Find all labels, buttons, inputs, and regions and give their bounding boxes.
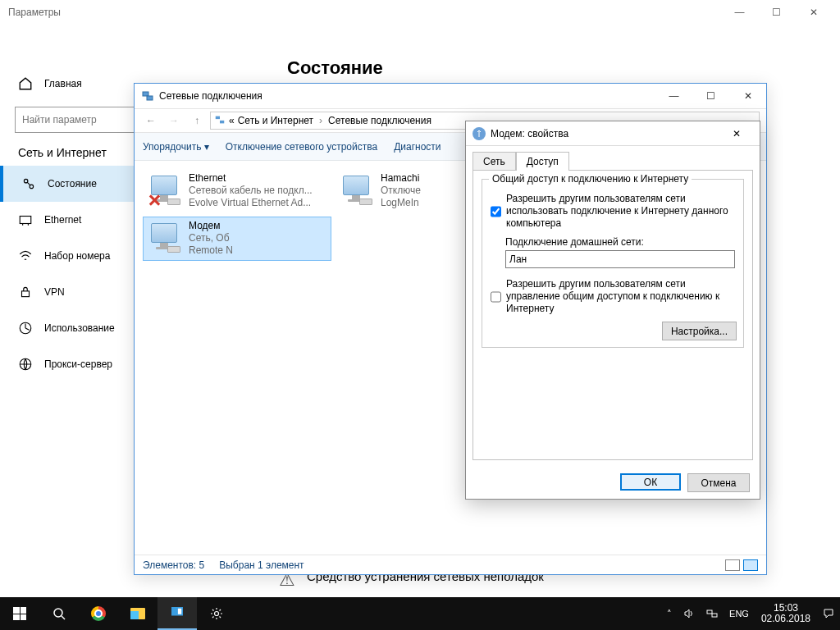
svg-rect-8	[216, 116, 220, 119]
close-button[interactable]: ✕	[795, 7, 832, 18]
sidebar-item-label: Использование	[44, 322, 115, 334]
allow-sharing-checkbox[interactable]	[491, 194, 501, 230]
explorer-maximize[interactable]: ☐	[692, 84, 729, 108]
ics-settings-button[interactable]: Настройка...	[662, 322, 737, 340]
connection-status: Отключе	[381, 185, 421, 197]
svg-point-13	[215, 612, 219, 616]
allow-control-checkbox-row[interactable]: Разрешить другим пользователям сети упра…	[491, 278, 735, 315]
allow-sharing-label: Разрешить другим пользователям сети испо…	[506, 193, 735, 230]
back-button[interactable]: ←	[141, 111, 161, 130]
tray-date: 02.06.2018	[761, 614, 810, 624]
breadcrumb-a[interactable]: Сеть и Интернет	[238, 115, 313, 126]
connection-item-modem[interactable]: Модем Сеть, Об Remote N	[143, 217, 331, 261]
connection-name: Hamachi	[381, 172, 421, 185]
home-network-select[interactable]	[505, 250, 735, 268]
proxy-icon	[18, 357, 33, 372]
up-button[interactable]: ↑	[187, 111, 207, 130]
tab-access-page: Общий доступ к подключению к Интернету Р…	[472, 170, 753, 460]
adapter-icon	[338, 172, 374, 208]
connection-device: Evolve Virtual Ethernet Ad...	[189, 197, 313, 209]
svg-point-10	[54, 609, 62, 617]
taskbar-chrome[interactable]	[79, 597, 118, 630]
view-details-button[interactable]	[725, 559, 740, 571]
minimize-button[interactable]: —	[721, 7, 758, 18]
modem-icon	[472, 127, 486, 140]
maximize-button[interactable]: ☐	[758, 7, 795, 18]
svg-rect-6	[143, 92, 148, 96]
network-icon	[141, 89, 154, 103]
search-placeholder: Найти параметр	[22, 114, 97, 126]
svg-rect-7	[147, 96, 153, 100]
status-selected: Выбран 1 элемент	[219, 559, 304, 571]
connection-device: LogMeIn	[381, 197, 421, 209]
tray-volume-icon[interactable]	[678, 597, 701, 630]
connection-item-ethernet[interactable]: Ethernet Сетевой кабель не подкл... Evol…	[143, 169, 331, 213]
allow-sharing-checkbox-row[interactable]: Разрешить другим пользователям сети испо…	[491, 193, 735, 230]
usage-icon	[18, 321, 33, 336]
settings-titlebar: Параметры — ☐ ✕	[0, 0, 840, 25]
breadcrumb-b[interactable]: Сетевые подключения	[328, 115, 431, 126]
svg-rect-12	[178, 609, 181, 614]
modem-properties-dialog: Модем: свойства ✕ Сеть Доступ Общий дост…	[465, 121, 760, 500]
svg-point-1	[30, 185, 34, 189]
toolbar-organize[interactable]: Упорядочить ▾	[143, 141, 209, 153]
dialog-close-button[interactable]: ✕	[720, 122, 753, 145]
tab-network[interactable]: Сеть	[472, 152, 516, 171]
tray-clock[interactable]: 15:03 02.06.2018	[755, 597, 817, 630]
explorer-minimize[interactable]: —	[655, 84, 692, 108]
tray-language[interactable]: ENG	[724, 597, 755, 630]
allow-control-label: Разрешить другим пользователям сети упра…	[506, 278, 735, 315]
status-icon	[21, 176, 36, 191]
connection-status: Сетевой кабель не подкл...	[189, 185, 313, 197]
svg-point-0	[24, 179, 28, 183]
ok-button[interactable]: ОК	[620, 473, 681, 491]
connection-device: Remote N	[189, 244, 233, 257]
adapter-icon	[146, 172, 182, 208]
sidebar-item-label: Ethernet	[44, 214, 81, 226]
toolbar-disable-device[interactable]: Отключение сетевого устройства	[226, 141, 377, 153]
settings-title: Параметры	[8, 7, 721, 18]
svg-rect-14	[707, 610, 712, 614]
tray-network-icon[interactable]	[701, 597, 724, 630]
home-icon	[18, 76, 33, 91]
chevron-right-icon: ›	[317, 115, 325, 126]
cancel-button[interactable]: Отмена	[687, 473, 750, 492]
status-count: Элементов: 5	[143, 559, 204, 571]
tray-action-center[interactable]	[817, 597, 840, 630]
sidebar-home-label: Главная	[44, 78, 82, 89]
dialog-titlebar[interactable]: Модем: свойства ✕	[466, 121, 760, 146]
groupbox-legend: Общий доступ к подключению к Интернету	[489, 173, 692, 185]
allow-control-checkbox[interactable]	[491, 279, 501, 315]
tray-chevron-up[interactable]: ˄	[661, 597, 678, 630]
start-button[interactable]	[0, 597, 39, 630]
adapter-icon	[146, 220, 182, 256]
forward-button[interactable]: →	[164, 111, 184, 130]
toolbar-diagnose[interactable]: Диагности	[394, 141, 441, 153]
taskbar-gear[interactable]	[197, 597, 236, 630]
svg-rect-2	[20, 217, 31, 224]
explorer-statusbar: Элементов: 5 Выбран 1 элемент	[135, 555, 766, 574]
dialog-title: Модем: свойства	[491, 128, 720, 139]
vpn-icon	[18, 285, 33, 299]
ethernet-icon	[18, 212, 33, 227]
explorer-close[interactable]: ✕	[729, 84, 766, 108]
taskbar: ˄ ENG 15:03 02.06.2018	[0, 597, 840, 630]
ics-groupbox: Общий доступ к подключению к Интернету Р…	[482, 179, 744, 348]
tab-access[interactable]: Доступ	[516, 152, 569, 171]
svg-rect-3	[22, 291, 30, 297]
dialup-icon	[18, 249, 33, 263]
breadcrumb-pre: «	[229, 115, 235, 126]
home-network-label: Подключение домашней сети:	[505, 236, 737, 248]
dialog-tabs: Сеть Доступ	[466, 146, 760, 170]
explorer-title: Сетевые подключения	[159, 90, 655, 102]
explorer-titlebar[interactable]: Сетевые подключения — ☐ ✕	[135, 84, 766, 108]
view-tiles-button[interactable]	[743, 559, 758, 571]
taskbar-settings[interactable]	[158, 597, 197, 630]
svg-rect-9	[220, 120, 224, 123]
dialog-buttons: ОК Отмена	[466, 467, 760, 499]
connection-status: Сеть, Об	[189, 232, 233, 244]
sidebar-item-label: VPN	[44, 286, 65, 298]
taskbar-search[interactable]	[39, 597, 79, 630]
sidebar-item-label: Прокси-сервер	[44, 358, 112, 370]
taskbar-explorer[interactable]	[118, 597, 158, 630]
